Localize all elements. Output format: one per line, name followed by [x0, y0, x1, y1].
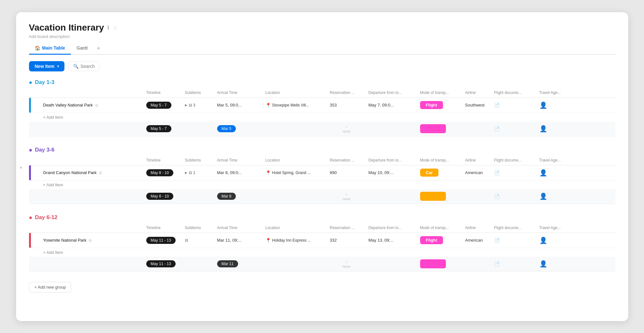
none-label: none: [342, 129, 350, 133]
summary-mode-badge-1: [420, 124, 446, 133]
summary-location-1: [263, 127, 327, 131]
group-collapse-icon-3[interactable]: ●: [29, 214, 33, 221]
expand-icon-2[interactable]: ▶: [185, 171, 187, 174]
tab-gantt[interactable]: Gantt: [71, 43, 93, 55]
timeline-badge-3: May 11 - 13: [146, 237, 176, 244]
cell-person-grand-canyon[interactable]: 👤: [537, 167, 575, 179]
person-icon-2: 👤: [539, 169, 547, 176]
star-icon[interactable]: ☆: [112, 24, 118, 31]
page-title-row: Vacation Itinerary ℹ ☆: [29, 23, 615, 33]
cell-mode-grand-canyon[interactable]: Car: [418, 167, 463, 179]
cell-timeline-yosemite[interactable]: May 11 - 13: [144, 235, 182, 246]
summary-timeline-1: May 5 - 7: [144, 123, 182, 134]
cell-airline-grand-canyon: American: [463, 168, 492, 177]
timeline-badge: May 5 - 7: [146, 102, 171, 109]
col-headers-day6-12: Timeline Subitems Arrival Time Location …: [29, 224, 615, 233]
cell-mode-yosemite[interactable]: Flight: [418, 234, 463, 246]
add-item-row-3[interactable]: + Add Item: [29, 248, 615, 257]
new-item-button[interactable]: New Item ▼: [29, 61, 64, 71]
add-item-row-1[interactable]: + Add Item: [29, 113, 615, 122]
group-collapse-icon-2[interactable]: ●: [29, 147, 33, 153]
tab-main-table[interactable]: 🏠 Main Table: [29, 43, 71, 55]
tab-add-button[interactable]: +: [93, 44, 104, 53]
col-h-airline-3: Airline: [463, 224, 492, 231]
row-color-bar: [29, 98, 31, 113]
cell-file-death-valley[interactable]: 📄: [492, 101, 537, 110]
group-title-day6-12: Day 6-12: [35, 214, 57, 221]
mode-badge-flight-3: Flight: [420, 236, 443, 244]
cell-subitems-grand-canyon[interactable]: ▶ ⊟ 1: [182, 169, 215, 177]
row-color-bar-2: [29, 165, 31, 180]
search-box[interactable]: 🔍 Search: [68, 61, 100, 71]
group-title-day1-3: Day 1-3: [35, 79, 54, 86]
mode-badge-car: Car: [420, 169, 439, 177]
col-h-airline-2: Airline: [463, 157, 492, 164]
cell-timeline-death-valley[interactable]: May 5 - 7: [144, 100, 182, 111]
summary-file-icon-3: 📄: [494, 261, 500, 266]
row-color-bar-wrapper: [29, 98, 41, 113]
row-bar-wrapper-2: [29, 165, 41, 180]
expand-icon[interactable]: ▶: [185, 103, 187, 107]
col-h-mode-2: Mode of transp...: [418, 157, 463, 164]
add-new-group-button[interactable]: + Add new group: [29, 282, 72, 292]
location-text: Stovepipe Wells Vill...: [272, 103, 309, 107]
tab-gantt-label: Gantt: [77, 45, 88, 51]
cell-mode-death-valley[interactable]: Flight: [418, 99, 463, 111]
add-item-row-2[interactable]: + Add Item: [29, 180, 615, 189]
cell-airline-death-valley: Southwest: [463, 101, 492, 109]
info-icon[interactable]: ℹ: [107, 24, 109, 31]
summary-timeline-badge-2: May 8 - 10: [146, 193, 174, 200]
subitems-icon-2: ⊟: [189, 171, 192, 175]
table-day3-6: Timeline Subitems Arrival Time Location …: [29, 157, 615, 204]
row-name-death-valley: Death Valley National Park: [43, 103, 93, 107]
cell-person-death-valley[interactable]: 👤: [537, 99, 575, 111]
dash-icon: -: [346, 124, 347, 129]
group-day3-6: ● Day 3-6 Timeline Subitems Arrival Time…: [29, 147, 615, 204]
add-subitem-icon-2[interactable]: ⊕: [99, 170, 102, 175]
tab-main-table-label: Main Table: [42, 45, 65, 51]
tabs-row: 🏠 Main Table Gantt +: [29, 43, 615, 55]
cell-subitems-yosemite[interactable]: ⊟: [182, 236, 215, 245]
summary-person-icon-1: 👤: [539, 125, 547, 132]
cell-subitems-death-valley[interactable]: ▶ ⊟ 3: [182, 101, 215, 109]
summary-empty-1: [29, 127, 41, 131]
add-item-label-1: + Add Item: [43, 115, 63, 120]
col-h-check: [29, 89, 41, 96]
table-row: Death Valley National Park ⊕ May 5 - 7 ▶…: [29, 98, 615, 113]
summary-airline-1: [463, 127, 492, 131]
cell-airline-yosemite: American: [463, 236, 492, 245]
summary-departure-1: [366, 127, 418, 131]
add-group-label: + Add new group: [34, 285, 66, 290]
toolbar-row: New Item ▼ 🔍 Search: [29, 61, 615, 71]
summary-row-1: May 5 - 7 Mar 5 - none 📄: [29, 122, 615, 136]
group-day6-12: ● Day 6-12 Timeline Subitems Arrival Tim…: [29, 214, 615, 272]
col-h-airline-1: Airline: [463, 89, 492, 96]
row-color-bar-3: [29, 233, 31, 248]
location-text-3: Holiday Inn Express ...: [272, 238, 311, 243]
cell-person-yosemite[interactable]: 👤: [537, 235, 575, 246]
file-icon: 📄: [494, 103, 500, 108]
group-header-day6-12: ● Day 6-12: [29, 214, 615, 221]
summary-person-icon-2: 👤: [539, 193, 547, 200]
file-icon-3: 📄: [494, 238, 500, 243]
cell-timeline-grand-canyon[interactable]: May 8 - 10: [144, 167, 182, 178]
add-subitem-icon-3[interactable]: ⊕: [88, 238, 92, 243]
chevron-down-icon: ▼: [56, 64, 60, 68]
col-h-arrival-2: Arrival Time: [215, 157, 263, 164]
summary-arrival-badge-2: Mar 8: [217, 193, 236, 200]
board-description[interactable]: Add board description: [29, 34, 615, 39]
col-h-arrival-1: Arrival Time: [215, 89, 263, 96]
group-collapse-icon[interactable]: ●: [29, 79, 33, 86]
summary-mode-badge-2: [420, 192, 446, 201]
cell-file-yosemite[interactable]: 📄: [492, 236, 537, 245]
add-subitem-icon[interactable]: ⊕: [95, 103, 99, 108]
group-day1-3: ● Day 1-3 Timeline Subitems Arrival Time…: [29, 79, 615, 136]
subitems-icon: ⊟: [189, 103, 192, 107]
col-headers-day3-6: Timeline Subitems Arrival Time Location …: [29, 157, 615, 165]
search-icon: 🔍: [73, 64, 79, 69]
app-container: Vacation Itinerary ℹ ☆ Add board descrip…: [16, 12, 628, 321]
location-pin-icon-3: 📍: [265, 238, 271, 243]
cell-file-grand-canyon[interactable]: 📄: [492, 168, 537, 177]
summary-person-icon-3: 👤: [539, 260, 547, 267]
summary-file-icon-1: 📄: [494, 126, 500, 131]
